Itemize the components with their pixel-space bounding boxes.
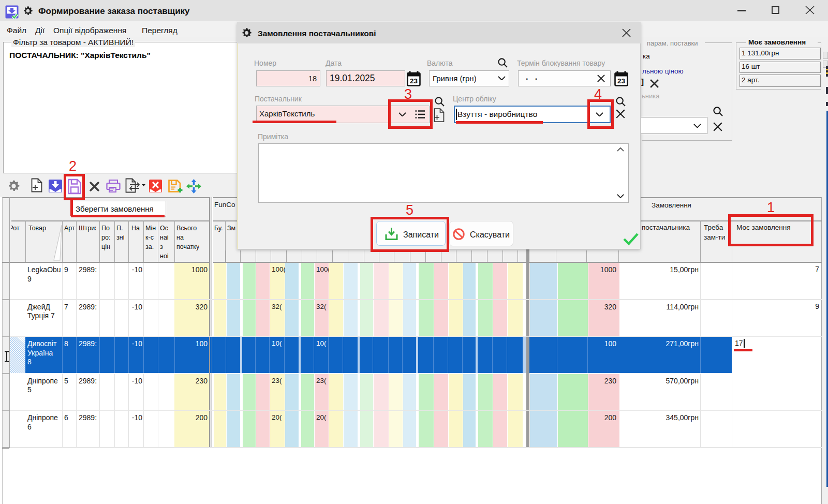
svg-text:23: 23 (410, 77, 418, 85)
svg-text:23: 23 (617, 77, 626, 85)
